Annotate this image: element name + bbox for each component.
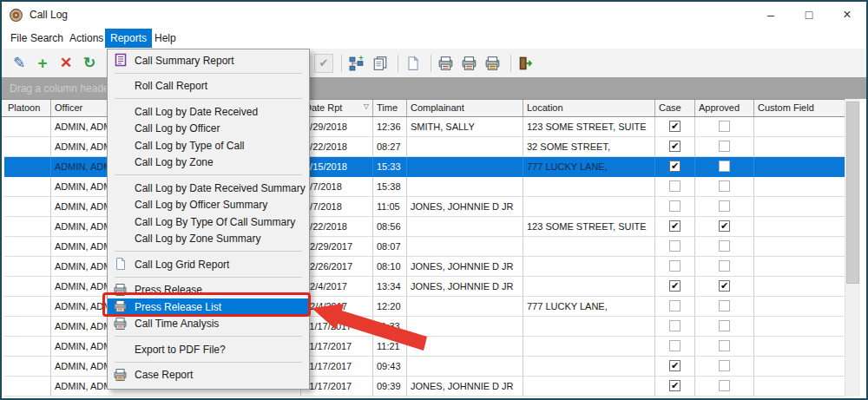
column-header-platoon[interactable]: Platoon [4, 100, 51, 116]
copy-button[interactable] [370, 53, 391, 74]
cell-platoon [4, 197, 51, 217]
cell-location [523, 197, 655, 217]
call-log-window: Call Log – □ × FileSearchActionsReportsH… [0, 0, 868, 400]
reports-menu-item-call-log-by-zone-summary[interactable]: Call Log by Zone Summary [108, 231, 309, 248]
minimize-button[interactable]: – [752, 2, 790, 28]
reports-menu-item-call-log-by-type-of-call-summary[interactable]: Call Log By Type Of Call Summary [108, 213, 309, 231]
approved-checkbox[interactable] [719, 260, 730, 272]
cell-approved [695, 237, 754, 257]
scrollbar-thumb[interactable] [846, 102, 859, 284]
menu-item-label: Call Log by Zone Summary [135, 233, 260, 245]
add-icon: + [37, 55, 47, 71]
case-checkbox[interactable] [669, 320, 681, 331]
case-checkbox[interactable]: ✔ [669, 360, 681, 371]
reports-menu-item-call-log-by-type-of-call[interactable]: Call Log by Type of Call [108, 137, 309, 154]
toolbar-separator [398, 55, 398, 72]
maximize-button[interactable]: □ [790, 2, 828, 28]
reports-menu-item-export-to-pdf-file[interactable]: Export to PDF File? [108, 341, 309, 358]
vertical-scrollbar[interactable] [845, 99, 860, 397]
case-checkbox[interactable] [669, 340, 681, 351]
cell-complainant [407, 217, 523, 237]
column-header-date_rpt[interactable]: Date Rpt▽ [301, 100, 373, 116]
cell-date_rpt: 12/4/2017 [301, 277, 373, 297]
cell-time: 15:33 [373, 157, 407, 177]
sort-desc-icon: ▽ [364, 102, 369, 110]
reports-menu-item-call-log-grid-report[interactable]: Call Log Grid Report [108, 256, 309, 273]
cell-platoon [4, 337, 51, 357]
edit-button[interactable]: ✎ [9, 53, 30, 74]
tree-button[interactable]: + [346, 53, 367, 74]
reports-menu-item-call-log-by-date-received[interactable]: Call Log by Date Received [108, 103, 309, 121]
approved-checkbox[interactable] [719, 180, 730, 192]
case-checkbox[interactable]: ✔ [669, 141, 681, 152]
cell-time: 09:43 [373, 357, 407, 377]
cell-approved [695, 257, 754, 277]
approved-checkbox[interactable] [719, 161, 730, 172]
cell-complainant [407, 237, 523, 257]
add-button[interactable]: + [32, 53, 53, 74]
reports-menu-item-case-report[interactable]: Case Report [108, 367, 309, 384]
approved-checkbox[interactable] [719, 320, 730, 331]
approved-checkbox[interactable]: ✔ [719, 280, 730, 292]
tree-icon: + [349, 56, 365, 71]
column-header-complainant[interactable]: Complainant [407, 100, 523, 116]
press-release-list-button[interactable] [459, 53, 480, 74]
case-checkbox[interactable] [669, 260, 681, 272]
reports-menu-item-call-time-analysis[interactable]: Call Time Analysis [108, 316, 309, 333]
case-checkbox[interactable]: ✔ [669, 161, 681, 172]
delete-button[interactable]: ✕ [56, 53, 76, 74]
press-release-button[interactable] [436, 53, 457, 74]
approved-checkbox[interactable] [719, 380, 730, 391]
reports-menu-item-call-log-by-officer-summary[interactable]: Call Log by Officer Summary [108, 197, 309, 214]
svg-text:+: + [358, 56, 363, 62]
case-checkbox[interactable]: ✔ [669, 220, 681, 232]
case-checkbox[interactable] [669, 200, 681, 212]
new-report-button[interactable] [403, 53, 424, 74]
case-checkbox[interactable] [669, 240, 681, 252]
refresh-icon: ↻ [83, 56, 95, 70]
reports-menu-item-call-summary-report[interactable]: Call Summary Report [108, 52, 309, 69]
refresh-button[interactable]: ↻ [79, 53, 100, 74]
approved-checkbox[interactable] [719, 300, 730, 311]
menubar-item-help[interactable]: Help [149, 29, 181, 48]
menu-item-label: Call Log Grid Report [135, 259, 229, 271]
reports-menu-item-call-log-by-officer[interactable]: Call Log by Officer [108, 121, 309, 138]
column-header-approved[interactable]: Approved [695, 100, 754, 116]
reports-menu-item-call-log-by-zone[interactable]: Call Log by Zone [108, 154, 309, 172]
case-checkbox[interactable]: ✔ [669, 121, 681, 132]
column-header-case[interactable]: Case [655, 100, 695, 116]
approved-checkbox[interactable]: ✔ [719, 220, 730, 232]
approved-checkbox[interactable] [719, 340, 730, 351]
case-checkbox[interactable] [669, 180, 681, 192]
exit-button[interactable] [516, 53, 536, 74]
approved-checkbox[interactable] [719, 200, 730, 212]
approved-checkbox[interactable] [719, 240, 730, 252]
cell-platoon [4, 297, 51, 317]
case-report-icon [485, 56, 501, 71]
cell-date_rpt: 3/22/2018 [301, 137, 373, 157]
menu-item-label: Call Log by Type of Call [135, 140, 245, 152]
case-report-button[interactable] [483, 53, 503, 74]
menubar-item-search[interactable]: Search [25, 29, 69, 48]
case-checkbox[interactable] [669, 300, 681, 311]
column-header-time[interactable]: Time [373, 100, 407, 116]
menubar-item-reports[interactable]: Reports [105, 29, 152, 48]
column-header-location[interactable]: Location [523, 100, 655, 116]
cell-platoon [4, 237, 51, 257]
cell-custom_field [754, 337, 847, 357]
approved-checkbox[interactable] [719, 121, 730, 132]
menu-bar: FileSearchActionsReportsHelp [2, 28, 866, 49]
reports-menu-item-call-log-by-date-received-summary[interactable]: Call Log by Date Received Summary [108, 180, 309, 197]
cell-complainant [407, 157, 523, 177]
approved-checkbox[interactable] [719, 141, 730, 152]
cell-complainant [407, 317, 523, 337]
case-checkbox[interactable]: ✔ [669, 280, 681, 292]
approve-button[interactable]: ✔ [313, 53, 334, 74]
reports-menu-item-roll-call-report[interactable]: Roll Call Report [108, 78, 309, 95]
close-button[interactable]: × [828, 2, 866, 28]
menubar-item-actions[interactable]: Actions [64, 29, 108, 48]
approved-checkbox[interactable] [719, 360, 730, 371]
case-checkbox[interactable]: ✔ [669, 380, 681, 391]
column-header-custom_field[interactable]: Custom Field [754, 100, 847, 116]
cell-case: ✔ [655, 357, 695, 377]
